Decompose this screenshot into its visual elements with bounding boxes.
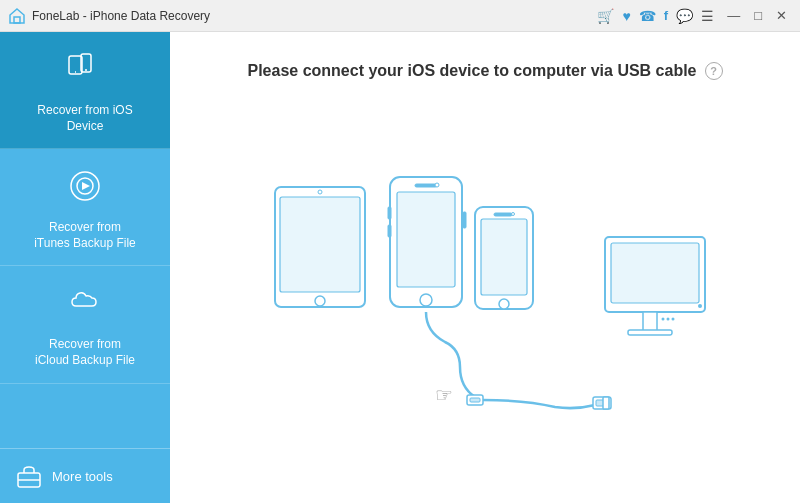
svg-rect-18 [388, 207, 391, 219]
sidebar-item-itunes-backup[interactable]: Recover fromiTunes Backup File [0, 149, 170, 266]
app-icon [8, 7, 26, 25]
svg-rect-10 [280, 197, 360, 292]
sidebar-item-icloud-label: Recover fromiCloud Backup File [35, 337, 135, 368]
svg-point-38 [672, 317, 675, 320]
svg-rect-14 [397, 192, 455, 287]
menu-icon[interactable]: ☰ [701, 8, 714, 24]
heart-icon[interactable]: ♥ [622, 8, 630, 24]
svg-rect-24 [494, 213, 512, 216]
sidebar-item-icloud-backup[interactable]: Recover fromiCloud Backup File [0, 266, 170, 383]
main-layout: Recover from iOSDevice Recover fromiTune… [0, 32, 800, 503]
svg-point-17 [435, 183, 439, 187]
svg-rect-16 [415, 184, 437, 187]
sidebar-item-ios-label: Recover from iOSDevice [37, 103, 132, 134]
svg-point-11 [315, 296, 325, 306]
device-illustration: ☞ [190, 110, 780, 483]
icloud-icon [66, 284, 104, 329]
ios-device-icon [66, 50, 104, 95]
sidebar: Recover from iOSDevice Recover fromiTune… [0, 32, 170, 503]
phone-icon[interactable]: ☎ [639, 8, 656, 24]
sidebar-item-ios-device[interactable]: Recover from iOSDevice [0, 32, 170, 149]
content-area: Please connect your iOS device to comput… [170, 32, 800, 503]
svg-point-12 [318, 190, 322, 194]
nav-icons: 🛒 ♥ ☎ f 💬 ☰ [597, 8, 714, 24]
usb-connection-illustration: ☞ [245, 157, 725, 437]
more-tools-button[interactable]: More tools [0, 449, 170, 503]
maximize-button[interactable]: □ [749, 6, 767, 25]
chat-icon[interactable]: 💬 [676, 8, 693, 24]
svg-rect-22 [481, 219, 527, 295]
itunes-icon [66, 167, 104, 212]
svg-point-15 [420, 294, 432, 306]
window-controls[interactable]: — □ ✕ [722, 6, 792, 25]
svg-rect-27 [470, 398, 480, 402]
svg-rect-19 [388, 225, 391, 237]
svg-rect-32 [643, 312, 657, 332]
sidebar-item-itunes-label: Recover fromiTunes Backup File [34, 220, 136, 251]
more-tools-label: More tools [52, 469, 113, 484]
svg-point-23 [499, 299, 509, 309]
svg-rect-33 [628, 330, 672, 335]
facebook-icon[interactable]: f [664, 8, 668, 23]
svg-point-36 [662, 317, 665, 320]
toolbox-icon [16, 463, 42, 489]
svg-point-25 [512, 212, 515, 215]
svg-rect-0 [14, 17, 20, 23]
svg-point-37 [667, 317, 670, 320]
title-bar: FoneLab - iPhone Data Recovery 🛒 ♥ ☎ f 💬… [0, 0, 800, 32]
svg-text:☞: ☞ [435, 384, 453, 406]
app-title: FoneLab - iPhone Data Recovery [32, 9, 597, 23]
cart-icon[interactable]: 🛒 [597, 8, 614, 24]
content-title-text: Please connect your iOS device to comput… [247, 62, 696, 80]
svg-rect-31 [611, 243, 699, 303]
sidebar-bottom: More tools [0, 448, 170, 503]
svg-point-34 [698, 304, 702, 308]
minimize-button[interactable]: — [722, 6, 745, 25]
svg-rect-35 [603, 397, 609, 409]
svg-rect-20 [463, 212, 466, 228]
help-icon[interactable]: ? [705, 62, 723, 80]
close-button[interactable]: ✕ [771, 6, 792, 25]
content-title-row: Please connect your iOS device to comput… [247, 62, 722, 80]
